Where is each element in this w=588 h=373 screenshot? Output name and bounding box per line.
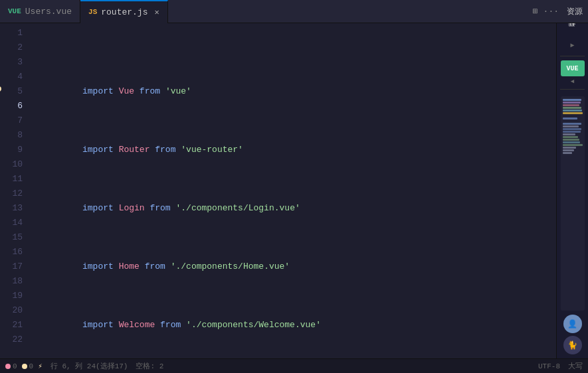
line-num-5: 5 (0, 84, 23, 99)
line-num-19: 19 (0, 289, 23, 303)
tab-router-js[interactable]: JS router.js ✕ (80, 0, 168, 23)
encoding-label: UTF-8 (538, 362, 560, 370)
error-count[interactable]: 0 0 ⚡ (5, 362, 43, 370)
resource-label: 资源 (567, 6, 583, 17)
code-line-4: import Home from './components/Home.vue' (28, 245, 556, 260)
code-line-5: import Welcome from './components/Welcom… (28, 303, 556, 318)
more-actions-icon[interactable]: ··· (543, 7, 559, 17)
line-num-22: 22 (0, 333, 23, 347)
position-label: 行 6, 列 24(选择17) (50, 361, 128, 371)
line-num-2: 2 (0, 40, 23, 55)
js-icon: JS (88, 8, 97, 16)
line-num-11: 11 (0, 172, 23, 186)
avatar-icon[interactable]: 👤 (563, 315, 582, 333)
line-num-7: 7 (0, 113, 23, 128)
line-num-12: 12 (0, 186, 23, 201)
vue-badge[interactable]: VUE (561, 60, 585, 76)
line-num-9: 9 (0, 143, 23, 157)
code-line-1: import Vue from 'vue' (28, 70, 556, 84)
line-num-20: 20 (0, 303, 23, 318)
line-num-17: 17 (0, 260, 23, 274)
status-bar: 0 0 ⚡ 行 6, 列 24(选择17) 空格: 2 UTF-8 大写 (0, 358, 588, 373)
code-container: 1 2 3 4 5 6 7 8 9 10 11 12 13 14 15 16 1… (0, 23, 556, 358)
code-line-3: import Login from './components/Login.vu… (28, 186, 556, 201)
vue-section: VUE ◀ (557, 60, 588, 85)
line-num-21: 21 (0, 318, 23, 333)
code-content[interactable]: import Vue from 'vue' import Router from… (28, 26, 556, 358)
case-label: 大写 (568, 361, 583, 371)
warning-dot (22, 364, 27, 369)
tab-actions: ⊞ ··· 资源 (533, 6, 588, 17)
tab-users-vue[interactable]: VUE Users.vue (0, 0, 80, 23)
close-tab-icon[interactable]: ✕ (154, 7, 159, 17)
editor-area: 1 2 3 4 5 6 7 8 9 10 11 12 13 14 15 16 1… (0, 23, 556, 358)
line-num-10: 10 (0, 157, 23, 172)
line-num-14: 14 (0, 216, 23, 230)
sidebar-divider-2 (560, 89, 585, 90)
sidebar-divider-1 (560, 56, 585, 56)
position-info: 行 6, 列 24(选择17) (50, 361, 128, 371)
encoding-info: UTF-8 (538, 362, 560, 370)
bottom-icons: 👤 🐈 (557, 315, 588, 358)
collapse-icon[interactable]: ◀ (571, 78, 574, 85)
line-num-15: 15 (0, 230, 23, 245)
expand-icon[interactable]: ▶ (570, 42, 574, 49)
warning-count-label: 0 (29, 362, 34, 370)
lightning-icon: ⚡ (38, 362, 43, 370)
error-dot (5, 364, 11, 369)
main-layout: 1 2 3 4 5 6 7 8 9 10 11 12 13 14 15 16 1… (0, 23, 588, 358)
line-num-4: 4 (0, 70, 23, 84)
tab-label-users: Users.vue (25, 7, 72, 17)
vue-icon: VUE (8, 7, 21, 15)
spacing-label: 空格: 2 (136, 361, 163, 371)
tab-label-router: router.js (101, 7, 147, 17)
split-editor-icon[interactable]: ⊞ (533, 6, 538, 17)
line-num-3: 3 (0, 55, 23, 70)
spacing-info: 空格: 2 (136, 361, 163, 371)
line-num-1: 1 (0, 26, 23, 40)
open-label[interactable]: 打开 (566, 27, 579, 36)
code-line-2: import Router from 'vue-router' (28, 128, 556, 143)
line-numbers: 1 2 3 4 5 6 7 8 9 10 11 12 13 14 15 16 1… (0, 26, 28, 358)
line-num-16: 16 (0, 245, 23, 260)
avatar2-icon[interactable]: 🐈 (563, 336, 582, 354)
line-num-6: 6 (0, 99, 23, 113)
error-count-label: 0 (13, 362, 17, 370)
right-sidebar: 打开 ▶ VUE ◀ (556, 23, 588, 358)
line-num-13: 13 (0, 201, 23, 216)
line-num-18: 18 (0, 274, 23, 289)
minimap (561, 96, 585, 311)
line-num-8: 8 (0, 128, 23, 143)
case-info: 大写 (568, 361, 583, 371)
tab-bar: VUE Users.vue JS router.js ✕ ⊞ ··· 资源 (0, 0, 588, 23)
